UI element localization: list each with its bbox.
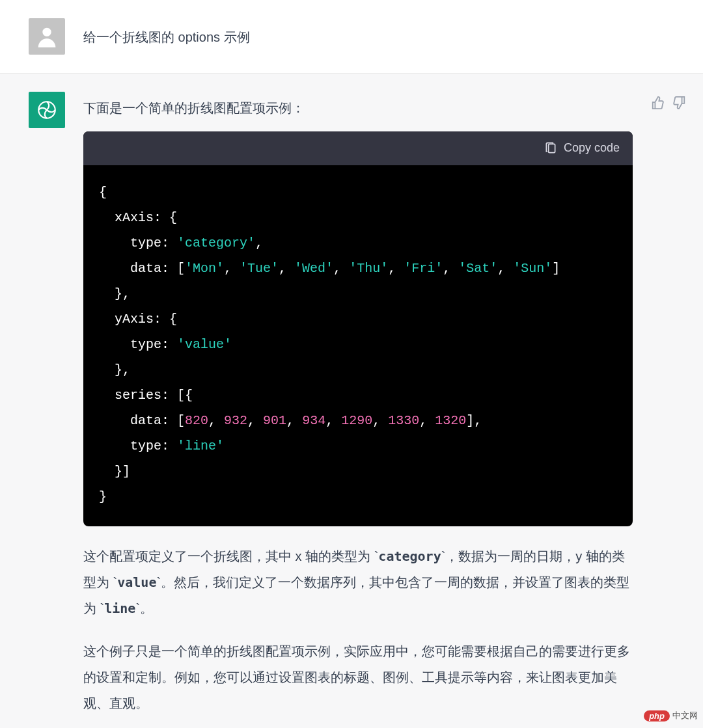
user-message-text: 给一个折线图的 options 示例 [83,18,674,55]
explanation-paragraph-1: 这个配置项定义了一个折线图，其中 x 轴的类型为 `category`，数据为一… [83,543,633,621]
feedback-actions [651,92,686,716]
svg-point-0 [42,28,51,36]
thumbs-down-icon[interactable] [672,96,686,110]
watermark-badge: php [644,710,670,721]
thumbs-up-icon[interactable] [651,96,665,110]
clipboard-icon [544,142,557,155]
user-avatar [29,18,65,55]
assistant-message-body: 下面是一个简单的折线图配置项示例： Copy code { xAxis: { t… [83,92,633,716]
copy-code-button[interactable]: Copy code [544,138,620,159]
assistant-avatar [29,92,65,128]
code-content[interactable]: { xAxis: { type: 'category', data: ['Mon… [83,165,633,526]
watermark: php 中文网 [644,710,698,721]
svg-rect-2 [549,144,555,152]
watermark-text: 中文网 [672,710,698,721]
assistant-message: 下面是一个简单的折线图配置项示例： Copy code { xAxis: { t… [0,74,703,728]
code-block: Copy code { xAxis: { type: 'category', d… [83,131,633,526]
explanation-paragraph-2: 这个例子只是一个简单的折线图配置项示例，实际应用中，您可能需要根据自己的需要进行… [83,638,633,716]
person-icon [34,23,60,49]
user-message: 给一个折线图的 options 示例 [0,0,703,74]
assistant-intro-text: 下面是一个简单的折线图配置项示例： [83,97,633,120]
openai-icon [36,99,58,121]
code-header: Copy code [83,131,633,165]
copy-code-label: Copy code [564,138,620,159]
